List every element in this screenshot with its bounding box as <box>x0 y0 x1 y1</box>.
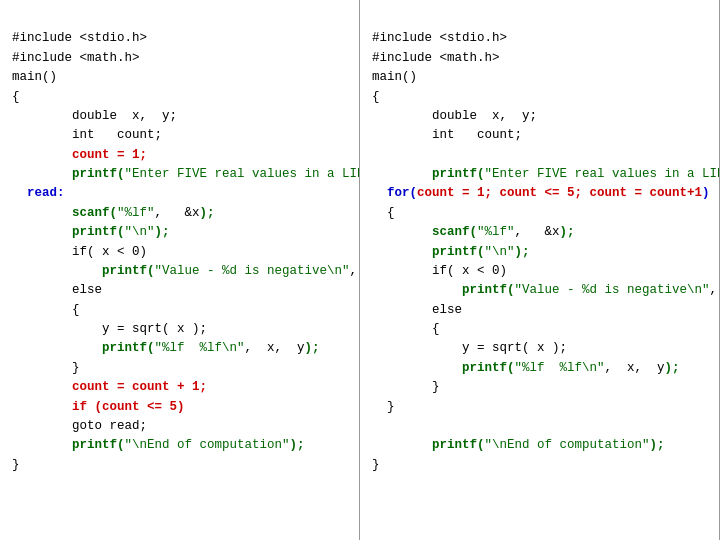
r-line-6: int count; <box>372 128 522 142</box>
line-2: #include <math.h> <box>12 51 140 65</box>
r-line-14: printf("Value - %d is negative\n", count… <box>372 283 720 297</box>
line-7: count = 1; <box>12 148 147 162</box>
r-line-17: y = sqrt( x ); <box>372 341 567 355</box>
line-13: printf("Value - %d is negative\n", count… <box>12 264 360 278</box>
line-21: goto read; <box>12 419 147 433</box>
r-line-22: printf("\nEnd of computation"); <box>372 438 665 452</box>
line-1: #include <stdio.h> <box>12 31 147 45</box>
line-9: read: <box>12 186 65 200</box>
r-line-7 <box>372 148 380 162</box>
r-line-9: for(count = 1; count <= 5; count = count… <box>372 186 710 200</box>
line-15: { <box>12 303 80 317</box>
r-line-4: { <box>372 90 380 104</box>
line-18: } <box>12 361 80 375</box>
line-16: y = sqrt( x ); <box>12 322 207 336</box>
r-line-1: #include <stdio.h> <box>372 31 507 45</box>
r-line-21 <box>372 419 380 433</box>
left-code: #include <stdio.h> #include <math.h> mai… <box>12 10 347 494</box>
r-line-10: { <box>372 206 395 220</box>
line-8: printf("Enter FIVE real values in a LINE… <box>12 167 360 181</box>
line-11: printf("\n"); <box>12 225 170 239</box>
line-6: int count; <box>12 128 162 142</box>
r-line-13: if( x < 0) <box>372 264 507 278</box>
r-line-16: { <box>372 322 440 336</box>
right-panel: #include <stdio.h> #include <math.h> mai… <box>360 0 720 540</box>
line-5: double x, y; <box>12 109 177 123</box>
line-19: count = count + 1; <box>12 380 207 394</box>
r-line-12: printf("\n"); <box>372 245 530 259</box>
line-23: } <box>12 458 20 472</box>
r-line-11: scanf("%lf", &x); <box>372 225 575 239</box>
line-3: main() <box>12 70 57 84</box>
r-line-2: #include <math.h> <box>372 51 500 65</box>
r-line-3: main() <box>372 70 417 84</box>
line-10: scanf("%lf", &x); <box>12 206 215 220</box>
r-line-23: } <box>372 458 380 472</box>
r-line-15: else <box>372 303 462 317</box>
r-line-19: } <box>372 380 440 394</box>
line-4: { <box>12 90 20 104</box>
line-17: printf("%lf %lf\n", x, y); <box>12 341 320 355</box>
r-line-5: double x, y; <box>372 109 537 123</box>
line-14: else <box>12 283 102 297</box>
line-12: if( x < 0) <box>12 245 147 259</box>
line-22: printf("\nEnd of computation"); <box>12 438 305 452</box>
line-20: if (count <= 5) <box>12 400 185 414</box>
r-line-18: printf("%lf %lf\n", x, y); <box>372 361 680 375</box>
left-panel: #include <stdio.h> #include <math.h> mai… <box>0 0 360 540</box>
r-line-20: } <box>372 400 395 414</box>
r-line-8: printf("Enter FIVE real values in a LINE… <box>372 167 720 181</box>
right-code: #include <stdio.h> #include <math.h> mai… <box>372 10 707 494</box>
